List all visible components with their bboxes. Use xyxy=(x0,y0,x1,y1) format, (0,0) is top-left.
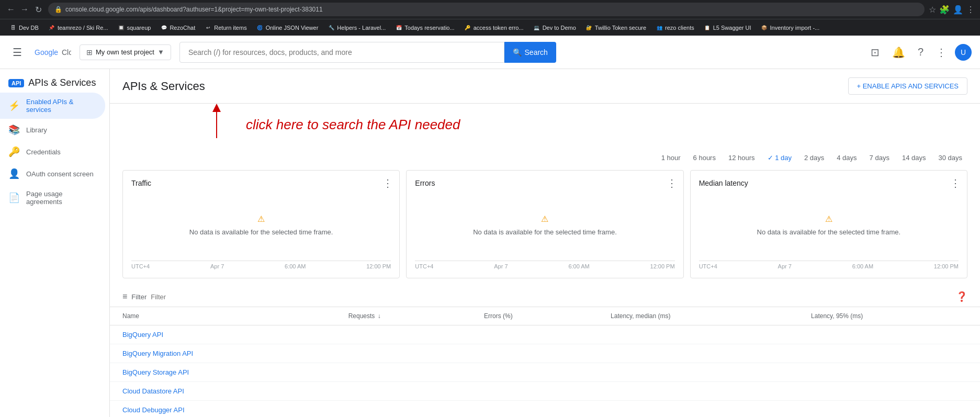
bookmark-label: squareup xyxy=(127,25,151,31)
bookmark-favicon: 🔲 xyxy=(118,24,125,31)
bookmark-favicon: 📅 xyxy=(395,24,402,31)
cell-requests xyxy=(336,363,471,382)
help-icon[interactable]: ? xyxy=(914,42,928,62)
sidebar-item-label: OAuth consent screen xyxy=(26,170,94,178)
avatar[interactable]: U xyxy=(955,44,972,61)
filter-icon: ≡ xyxy=(122,292,127,301)
time-btn-4days[interactable]: 4 days xyxy=(831,152,862,164)
options-icon[interactable]: ⋮ xyxy=(932,42,951,63)
extension-icon[interactable]: 🧩 xyxy=(939,5,950,15)
bookmark-label: Dev to Demo xyxy=(543,25,576,31)
bookmark-label: teamrezo / Ski Re... xyxy=(58,25,108,31)
col-requests[interactable]: Requests ↓ xyxy=(336,307,471,325)
url-bar[interactable]: 🔒 console.cloud.google.com/apis/dashboar… xyxy=(48,3,925,16)
bookmark-swagger[interactable]: 📋 L5 Swagger UI xyxy=(700,22,756,33)
time-btn-1hour[interactable]: 1 hour xyxy=(656,152,686,164)
time-btn-2days[interactable]: 2 days xyxy=(799,152,829,164)
back-button[interactable]: ← xyxy=(5,4,17,15)
errors-axis: UTC+4 Apr 7 6:00 AM 12:00 PM xyxy=(415,261,674,269)
api-link-cloud-debugger[interactable]: Cloud Debugger API xyxy=(122,406,185,414)
browser-chrome: ← → ↻ 🔒 console.cloud.google.com/apis/da… xyxy=(0,0,980,19)
profile-icon[interactable]: 👤 xyxy=(953,5,963,15)
col-errors: Errors (%) xyxy=(471,307,598,325)
search-label: Search xyxy=(525,48,548,57)
bookmark-json[interactable]: 🌀 Online JSON Viewer xyxy=(252,22,323,33)
filter-row: ≡ Filter ❓ xyxy=(110,287,980,307)
errors-chart-more[interactable]: ⋮ xyxy=(667,177,677,189)
bookmark-dev-demo[interactable]: 💻 Dev to Demo xyxy=(529,22,580,33)
api-link-bigquery-storage[interactable]: BigQuery Storage API xyxy=(122,368,189,376)
bookmark-twillio[interactable]: 🔐 Twillio Token secure xyxy=(581,22,650,33)
forward-button[interactable]: → xyxy=(19,4,30,15)
time-btn-14days[interactable]: 14 days xyxy=(897,152,931,164)
help-circle-icon[interactable]: ❓ xyxy=(956,291,967,302)
search-button[interactable]: 🔍 Search xyxy=(504,42,556,63)
reload-button[interactable]: ↻ xyxy=(32,4,44,15)
bookmark-rezo-clients[interactable]: 👥 rezo clients xyxy=(651,22,699,33)
google-cloud-logo[interactable]: Google Cloud xyxy=(35,46,71,59)
enabled-apis-icon: ⚡ xyxy=(8,100,20,111)
bookmark-helpers[interactable]: 🔧 Helpers - Laravel... xyxy=(323,22,390,33)
time-btn-1day[interactable]: ✓ 1 day xyxy=(762,152,797,164)
hamburger-menu[interactable]: ☰ xyxy=(8,42,26,63)
main-content: APIs & Services + ENABLE APIS AND SERVIC… xyxy=(110,69,980,417)
axis-6am: 6:00 AM xyxy=(568,263,589,269)
api-link-bigquery[interactable]: BigQuery API xyxy=(122,331,163,339)
arrow-line xyxy=(216,112,217,138)
time-btn-12hours[interactable]: 12 hours xyxy=(723,152,760,164)
notification-icon[interactable]: 🔔 xyxy=(888,42,909,63)
table-row: BigQuery Storage API xyxy=(110,363,980,382)
sidebar-item-page-usage[interactable]: 📄 Page usage agreements xyxy=(0,185,105,211)
latency-chart-more[interactable]: ⋮ xyxy=(950,177,961,189)
enable-apis-button[interactable]: + ENABLE APIS AND SERVICES xyxy=(848,77,968,95)
axis-6am: 6:00 AM xyxy=(852,263,873,269)
bookmark-rezochat[interactable]: 💬 RezoChat xyxy=(156,22,199,33)
bookmark-favicon: 📦 xyxy=(760,24,768,31)
time-btn-6hours[interactable]: 6 hours xyxy=(688,152,721,164)
sidebar: API APIs & Services ⚡ Enabled APIs & ser… xyxy=(0,69,110,417)
menu-icon[interactable]: ⋮ xyxy=(966,5,975,15)
search-input[interactable] xyxy=(179,42,504,63)
bookmark-label: RezoChat xyxy=(170,25,195,31)
sidebar-item-enabled-apis[interactable]: ⚡ Enabled APIs & services xyxy=(0,93,105,119)
time-btn-7days[interactable]: 7 days xyxy=(864,152,895,164)
bookmark-icon[interactable]: ☆ xyxy=(929,5,936,15)
api-badge: API xyxy=(8,79,24,87)
api-link-bigquery-migration[interactable]: BigQuery Migration API xyxy=(122,350,193,357)
sidebar-item-library[interactable]: 📚 Library xyxy=(0,119,105,141)
bookmark-access-token[interactable]: 🔑 access token erro... xyxy=(460,22,528,33)
bookmark-inventory[interactable]: 📦 Inventory import -... xyxy=(756,22,824,33)
project-selector[interactable]: ⊞ My own test project ▼ xyxy=(80,44,171,60)
bookmark-favicon: 🔐 xyxy=(585,24,593,31)
table-row: BigQuery Migration API xyxy=(110,344,980,363)
bookmark-devdb[interactable]: 🗄 Dev DB xyxy=(5,22,43,33)
traffic-chart-title: Traffic xyxy=(131,179,391,187)
sidebar-item-oauth[interactable]: 👤 OAuth consent screen xyxy=(0,163,105,185)
bookmark-squareup[interactable]: 🔲 squareup xyxy=(114,22,155,33)
cell-latency-95 xyxy=(798,344,980,363)
sidebar-item-credentials[interactable]: 🔑 Credentials xyxy=(0,141,105,163)
col-name: Name xyxy=(110,307,336,325)
filter-input[interactable] xyxy=(151,293,952,301)
latency-no-data: ⚠ No data is available for the selected … xyxy=(699,194,959,256)
errors-no-data: ⚠ No data is available for the selected … xyxy=(415,194,674,256)
terminal-icon[interactable]: ⊡ xyxy=(866,42,884,63)
bookmark-label: Dev DB xyxy=(19,25,39,31)
bookmark-return[interactable]: ↩ Return items xyxy=(200,22,251,33)
search-icon: 🔍 xyxy=(513,48,522,57)
bookmark-reservation[interactable]: 📅 Todays reservatio... xyxy=(391,22,458,33)
bookmark-favicon: 🔧 xyxy=(328,24,335,31)
api-link-cloud-datastore[interactable]: Cloud Datastore API xyxy=(122,387,184,395)
cell-latency-median xyxy=(598,401,798,418)
errors-no-data-msg: No data is available for the selected ti… xyxy=(473,228,617,236)
sidebar-item-label: Enabled APIs & services xyxy=(26,98,97,114)
errors-chart: Errors ⋮ ⚠ No data is available for the … xyxy=(406,170,683,278)
api-header: API APIs & Services xyxy=(0,73,109,93)
filter-label: Filter xyxy=(131,293,147,301)
traffic-chart-more[interactable]: ⋮ xyxy=(382,177,393,189)
bookmark-teamrezo[interactable]: 📌 teamrezo / Ski Re... xyxy=(44,22,112,33)
latency-axis: UTC+4 Apr 7 6:00 AM 12:00 PM xyxy=(699,261,959,269)
time-btn-30days[interactable]: 30 days xyxy=(933,152,967,164)
cell-errors xyxy=(471,344,598,363)
latency-chart: Median latency ⋮ ⚠ No data is available … xyxy=(690,170,967,278)
